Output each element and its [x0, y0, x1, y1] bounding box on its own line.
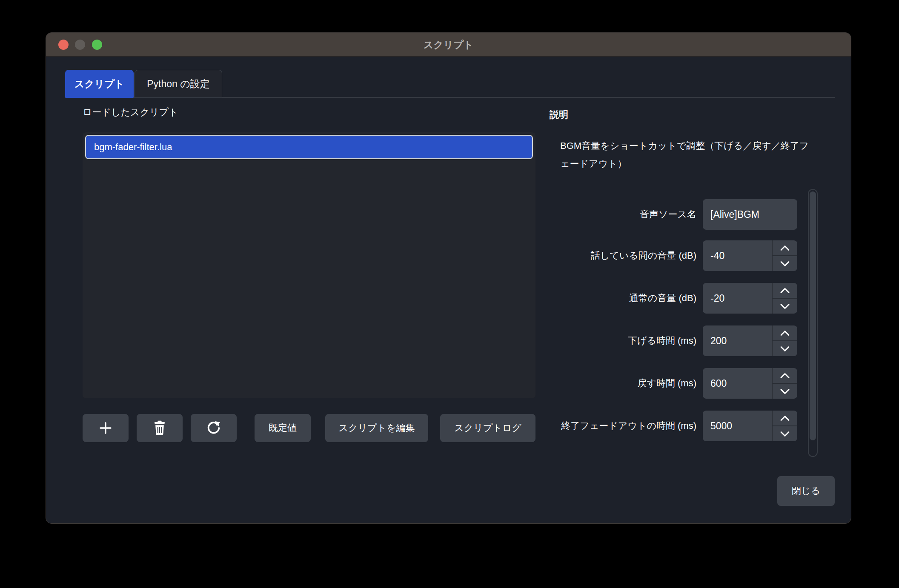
chevron-down-icon	[780, 303, 790, 309]
speaking-volume-input[interactable]	[703, 240, 772, 271]
chevron-up-icon	[780, 415, 790, 421]
speaking-volume-label: 話している間の音量 (dB)	[475, 240, 696, 271]
duck-time-spinbox	[703, 325, 797, 356]
spin-up-button[interactable]	[773, 283, 797, 299]
outro-fade-time-label: 終了フェードアウトの時間 (ms)	[475, 411, 696, 441]
scripts-dialog-window: スクリプト スクリプト Python の設定 ロードしたスクリプト bgm-fa…	[46, 32, 851, 524]
chevron-up-icon	[780, 288, 790, 294]
restore-time-input[interactable]	[703, 368, 772, 399]
description-label: 説明	[550, 108, 568, 121]
script-list-item[interactable]: bgm-fader-filter.lua	[85, 135, 533, 159]
settings-scrollbar-thumb[interactable]	[810, 191, 816, 440]
normal-volume-row: 通常の音量 (dB)	[46, 283, 851, 314]
titlebar[interactable]: スクリプト	[46, 33, 851, 57]
duck-time-label: 下げる時間 (ms)	[475, 325, 696, 356]
spin-down-button[interactable]	[773, 384, 797, 399]
loaded-scripts-label: ロードしたスクリプト	[83, 106, 178, 119]
chevron-up-icon	[780, 245, 790, 251]
tab-python-settings-label: Python の設定	[147, 77, 210, 91]
outro-fade-time-row: 終了フェードアウトの時間 (ms)	[46, 411, 851, 441]
audio-source-field	[703, 199, 797, 230]
audio-source-input[interactable]	[703, 199, 797, 230]
spin-down-button[interactable]	[773, 256, 797, 271]
chevron-up-icon	[780, 330, 790, 336]
spin-down-button[interactable]	[773, 299, 797, 314]
settings-scrollbar-track[interactable]	[808, 189, 818, 457]
chevron-down-icon	[780, 388, 790, 394]
close-button-label: 閉じる	[792, 485, 820, 497]
outro-fade-time-spinbox	[703, 411, 797, 441]
spin-up-button[interactable]	[773, 411, 797, 426]
audio-source-row: 音声ソース名	[46, 199, 851, 230]
chevron-down-icon	[780, 431, 790, 437]
restore-time-row: 戻す時間 (ms)	[46, 368, 851, 399]
close-button[interactable]: 閉じる	[777, 476, 835, 506]
tab-scripts-label: スクリプト	[74, 77, 125, 91]
audio-source-label: 音声ソース名	[475, 199, 696, 230]
duck-time-row: 下げる時間 (ms)	[46, 325, 851, 356]
tab-scripts[interactable]: スクリプト	[65, 70, 134, 98]
chevron-up-icon	[780, 373, 790, 379]
spin-buttons	[772, 411, 797, 441]
description-text: BGM音量をショートカットで調整（下げる／戻す／終了フェードアウト）	[560, 137, 809, 173]
spin-up-button[interactable]	[773, 368, 797, 384]
normal-volume-input[interactable]	[703, 283, 772, 314]
spin-buttons	[772, 325, 797, 356]
chevron-down-icon	[780, 261, 790, 267]
script-name: bgm-fader-filter.lua	[94, 142, 172, 153]
speaking-volume-row: 話している間の音量 (dB)	[46, 240, 851, 271]
spin-down-button[interactable]	[773, 426, 797, 441]
spin-down-button[interactable]	[773, 341, 797, 356]
spin-buttons	[772, 240, 797, 271]
chevron-down-icon	[780, 346, 790, 352]
spin-buttons	[772, 368, 797, 399]
tab-python-settings[interactable]: Python の設定	[135, 70, 222, 98]
spin-buttons	[772, 283, 797, 314]
normal-volume-spinbox	[703, 283, 797, 314]
normal-volume-label: 通常の音量 (dB)	[475, 283, 696, 314]
window-title: スクリプト	[46, 33, 851, 57]
speaking-volume-spinbox	[703, 240, 797, 271]
outro-fade-time-input[interactable]	[703, 411, 772, 441]
spin-up-button[interactable]	[773, 325, 797, 341]
duck-time-input[interactable]	[703, 325, 772, 356]
restore-time-label: 戻す時間 (ms)	[475, 368, 696, 399]
spin-up-button[interactable]	[773, 240, 797, 256]
restore-time-spinbox	[703, 368, 797, 399]
